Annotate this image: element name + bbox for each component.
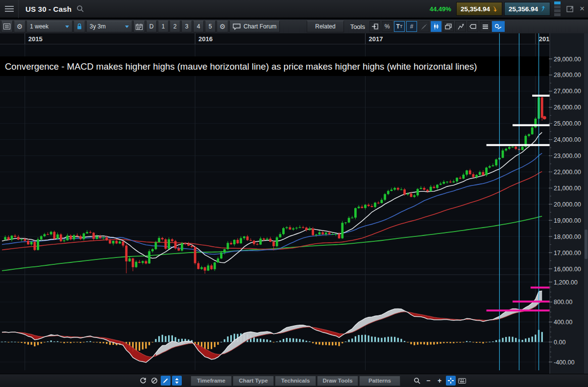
year-label: 2017: [368, 35, 383, 43]
trendline-tool-icon[interactable]: [492, 21, 505, 32]
price-tick-label: 28,000.00: [554, 72, 581, 78]
disable-drawings-icon[interactable]: [149, 376, 159, 386]
interval-select[interactable]: 1 week: [26, 21, 73, 32]
year-label: 2015: [28, 35, 43, 43]
zoom-preset-4[interactable]: 4: [193, 21, 204, 32]
updown-arrows-icon[interactable]: [172, 376, 182, 386]
tab-timeframe[interactable]: Timeframe: [191, 376, 232, 386]
pattern-tool-icon[interactable]: [455, 21, 466, 32]
zoom-preset-1[interactable]: 1: [158, 21, 169, 32]
zoom-out-icon[interactable]: −: [423, 376, 433, 386]
pencil-icon[interactable]: [161, 376, 171, 386]
grid-tool-icon[interactable]: #: [406, 21, 417, 32]
tab-draw-tools[interactable]: Draw Tools: [317, 376, 358, 386]
zoom-in-icon[interactable]: +: [435, 376, 444, 386]
chevron-down-icon: [125, 26, 129, 28]
right-scrollbar: [584, 33, 588, 374]
buy-price-button[interactable]: 25,356.94: [504, 2, 550, 16]
buy-price: 25,356.94: [509, 5, 538, 13]
interval-value: 1 week: [30, 23, 49, 30]
bottom-left-icons: [138, 376, 182, 386]
macd-tick-label: 800.00: [554, 299, 572, 306]
sell-price: 25,354.94: [461, 5, 490, 13]
price-tick-label: 22,000.00: [554, 169, 581, 176]
macd-tick-label: 0.00: [554, 339, 565, 346]
chart-background: [0, 33, 588, 374]
percent-tool-icon[interactable]: %: [382, 21, 392, 32]
chart-toolbar: ⚙ 1 week 3y 3m D 1 2 3 4 5 ⚙: [0, 20, 588, 33]
chart-settings-gear-icon[interactable]: ⚙: [217, 21, 228, 32]
speech-bubble-icon: [233, 24, 241, 30]
tab-patterns[interactable]: Patterns: [359, 376, 400, 386]
range-select[interactable]: 3y 3m: [86, 21, 132, 32]
tools-label: Tools: [350, 23, 365, 30]
change-percent: 44.49%: [430, 5, 451, 13]
panel-icon[interactable]: [1, 21, 13, 32]
toolbar-left-group: ⚙ 1 week 3y 3m D 1 2 3 4 5 ⚙: [0, 21, 280, 32]
calendar-icon[interactable]: [133, 21, 145, 32]
price-tick-label: 27,000.00: [554, 88, 581, 95]
chart-forum-label: Chart Forum: [244, 23, 276, 30]
bottom-zoom-group: − +: [412, 376, 467, 386]
candlestick-tool-icon[interactable]: [431, 21, 441, 32]
year-label: 2016: [198, 35, 213, 43]
import-tool-icon[interactable]: [369, 21, 380, 32]
bottom-toolbar: Timeframe Chart Type Technicals Draw Too…: [0, 374, 588, 387]
instrument-title: US 30 - Cash: [25, 5, 72, 13]
toolbar-right-group: Related Tools % TT #: [307, 21, 588, 32]
layout-tool-icon[interactable]: [480, 21, 490, 32]
bottom-tabs: Timeframe Chart Type Technicals Draw Too…: [191, 376, 400, 386]
keyboard-icon[interactable]: [457, 376, 467, 386]
price-tick-label: 20,000.00: [554, 201, 581, 208]
price-down-arrow-icon: [492, 5, 498, 12]
mini-scrollbar[interactable]: [554, 1, 561, 16]
zoom-preset-2[interactable]: 2: [170, 21, 180, 32]
popout-icon[interactable]: [564, 5, 576, 13]
price-tick-label: 26,000.00: [554, 104, 581, 111]
draw-tool-icon[interactable]: [418, 21, 429, 32]
price-macd-chart[interactable]: 2015201620172018Convergence - MACD makes…: [0, 33, 588, 374]
price-tick-label: 25,000.00: [554, 120, 581, 127]
magnifier-icon[interactable]: [412, 376, 422, 386]
price-tick-label: 19,000.00: [554, 217, 581, 224]
trading-app-window: US 30 - Cash 44.49% 25,354.94 25,356.94 …: [0, 0, 588, 387]
menu-icon[interactable]: [0, 0, 19, 18]
macd-tick-label: 400.00: [554, 319, 572, 326]
scrollbar-thumb: [585, 230, 588, 259]
zoom-preset-3[interactable]: 3: [181, 21, 192, 32]
chart-area: 2015201620172018Convergence - MACD makes…: [0, 33, 588, 374]
crosshair-icon[interactable]: [446, 376, 456, 386]
chart-forum-button[interactable]: Chart Forum: [229, 21, 280, 32]
windows-tool-icon[interactable]: [443, 21, 454, 32]
macd-tick-label: -400.00: [554, 359, 574, 366]
year-axis-band: [0, 33, 550, 44]
price-tick-label: 17,000.00: [554, 250, 581, 257]
settings-gear-icon[interactable]: ⚙: [14, 21, 25, 32]
title-bar: US 30 - Cash 44.49% 25,354.94 25,356.94 …: [0, 0, 588, 19]
price-tick-label: 23,000.00: [554, 153, 581, 159]
label-tool-icon[interactable]: [467, 21, 478, 32]
price-tick-label: 16,000.00: [554, 266, 581, 273]
search-icon[interactable]: [76, 5, 84, 13]
sell-price-button[interactable]: 25,354.94: [456, 2, 502, 16]
range-value: 3y 3m: [90, 23, 106, 30]
lock-icon[interactable]: [74, 21, 85, 32]
text-tool-icon[interactable]: TT: [394, 21, 405, 32]
close-icon[interactable]: ×: [576, 4, 588, 14]
tab-technicals[interactable]: Technicals: [275, 376, 316, 386]
price-tick-label: 24,000.00: [554, 136, 581, 143]
price-up-arrow-icon: [540, 5, 546, 12]
zoom-preset-5[interactable]: 5: [205, 21, 216, 32]
price-tick-label: 21,000.00: [554, 185, 581, 192]
chevron-down-icon: [65, 26, 69, 28]
annotation-text: Convergence - MACD makes higher highs (m…: [5, 61, 477, 72]
refresh-icon[interactable]: [138, 376, 148, 386]
related-button[interactable]: Related: [307, 21, 343, 32]
zoom-preset-d[interactable]: D: [146, 21, 157, 32]
macd-tick-label: 1,200.00: [554, 279, 578, 286]
price-tick-label: 29,000.00: [554, 56, 581, 63]
price-tick-label: 18,000.00: [554, 233, 581, 240]
last-price-dot: [543, 116, 546, 120]
tab-chart-type[interactable]: Chart Type: [233, 376, 274, 386]
